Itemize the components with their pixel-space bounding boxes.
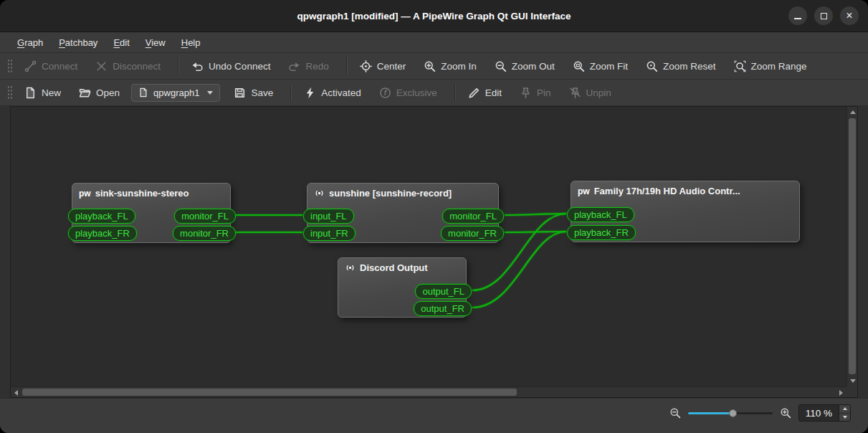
node-discord-output[interactable]: Discord Output output_FL output_FR <box>338 257 467 318</box>
pipewire-icon: pw <box>578 187 590 196</box>
zoom-slider-handle[interactable] <box>729 409 737 417</box>
save-button[interactable]: Save <box>227 83 280 103</box>
scroll-left-button[interactable] <box>11 387 22 398</box>
node-title: Family 17h/19h HD Audio Contr... <box>594 186 740 196</box>
horizontal-scrollbar <box>11 386 846 397</box>
scroll-up-button[interactable] <box>847 107 858 118</box>
port-input-fl[interactable]: input_FL <box>303 209 354 224</box>
patchbay-file-icon <box>138 87 148 97</box>
connect-button[interactable]: Connect <box>18 57 84 76</box>
toolbar-drag-handle[interactable] <box>7 59 12 73</box>
patchbay-toolbar: New Open qpwgraph1 Save Activated f Excl… <box>0 80 868 106</box>
undo-connect-button[interactable]: Undo Connect <box>185 57 277 76</box>
node-sunshine-record[interactable]: sunshine [sunshine-record] input_FL inpu… <box>307 183 499 243</box>
port-playback-fr[interactable]: playback_FR <box>68 226 137 241</box>
port-playback-fr[interactable]: playback_FR <box>567 225 636 240</box>
spin-up-button[interactable] <box>839 405 850 414</box>
redo-button[interactable]: Redo <box>282 57 335 76</box>
toolbar-drag-handle[interactable] <box>7 85 12 100</box>
zoom-value[interactable]: 110 % <box>799 405 839 421</box>
close-button[interactable]: × <box>840 6 859 25</box>
menu-view[interactable]: View <box>138 34 173 51</box>
zoom-reset-icon <box>646 60 658 72</box>
zoom-in-icon[interactable] <box>780 407 791 419</box>
scroll-down-button[interactable] <box>847 376 858 386</box>
node-family-hd-audio-controller[interactable]: pw Family 17h/19h HD Audio Contr... play… <box>571 181 800 242</box>
close-icon: × <box>846 10 852 22</box>
disconnect-icon <box>95 60 108 72</box>
patchbay-profile-combo[interactable]: qpwgraph1 <box>131 84 220 102</box>
vertical-scrollbar <box>846 107 857 386</box>
port-input-fr[interactable]: input_FR <box>303 226 356 241</box>
vertical-scroll-thumb[interactable] <box>849 118 856 374</box>
zoom-range-button[interactable]: Zoom Range <box>728 57 814 76</box>
graph-toolbar: Connect Disconnect Undo Connect Redo Cen… <box>0 53 868 80</box>
app-window: qpwgraph1 [modified] — A PipeWire Graph … <box>0 0 868 433</box>
port-monitor-fl[interactable]: monitor_FL <box>442 209 504 224</box>
toolbar-separator <box>178 57 179 75</box>
record-icon <box>345 262 356 273</box>
zoom-fit-button[interactable]: Zoom Fit <box>566 57 634 76</box>
toolbar-separator <box>290 84 292 101</box>
port-monitor-fl[interactable]: monitor_FL <box>174 209 236 224</box>
port-monitor-fr[interactable]: monitor_FR <box>441 226 504 241</box>
connect-icon <box>24 60 37 72</box>
graph-area[interactable]: pw sink-sunshine-stereo playback_FL play… <box>11 107 846 386</box>
chevron-down-icon <box>207 91 213 95</box>
node-title: Discord Output <box>360 262 428 273</box>
disconnect-button[interactable]: Disconnect <box>89 57 167 76</box>
menu-graph[interactable]: Graph <box>9 34 51 51</box>
edit-button[interactable]: Edit <box>462 83 508 103</box>
spinbox-arrows <box>839 405 850 421</box>
unpin-button[interactable]: Unpin <box>563 83 618 103</box>
arrow-up-icon <box>843 407 847 410</box>
activated-lightning-icon <box>304 87 316 99</box>
port-playback-fl[interactable]: playback_FL <box>567 207 634 222</box>
maximize-button[interactable] <box>814 6 833 25</box>
zoom-spinbox[interactable]: 110 % <box>798 404 851 422</box>
node-title: sunshine [sunshine-record] <box>329 188 452 199</box>
zoom-reset-button[interactable]: Zoom Reset <box>639 57 722 76</box>
graph-canvas[interactable]: pw sink-sunshine-stereo playback_FL play… <box>10 106 858 398</box>
pin-button[interactable]: Pin <box>513 83 558 103</box>
node-header: sunshine [sunshine-record] <box>307 184 498 201</box>
node-title: sink-sunshine-stereo <box>95 188 189 199</box>
scroll-right-button[interactable] <box>836 387 846 398</box>
combo-value: qpwgraph1 <box>153 87 199 98</box>
center-button[interactable]: Center <box>353 57 413 76</box>
port-playback-fl[interactable]: playback_FL <box>68 209 135 224</box>
zoom-in-icon <box>424 60 436 72</box>
node-sink-sunshine-stereo[interactable]: pw sink-sunshine-stereo playback_FL play… <box>72 183 231 243</box>
maximize-icon <box>821 13 827 19</box>
zoom-out-icon[interactable] <box>669 407 681 419</box>
minimize-icon <box>794 18 801 19</box>
exclusive-button[interactable]: f Exclusive <box>373 83 444 103</box>
node-header: pw Family 17h/19h HD Audio Contr... <box>571 181 799 199</box>
exclusive-icon: f <box>379 87 391 99</box>
menu-patchbay[interactable]: Patchbay <box>51 34 105 51</box>
zoom-slider[interactable] <box>688 407 773 419</box>
undo-icon <box>191 60 204 72</box>
arrow-down-icon <box>843 416 847 419</box>
zoom-out-button[interactable]: Zoom Out <box>488 57 561 76</box>
open-button[interactable]: Open <box>72 83 126 103</box>
open-folder-icon <box>79 87 91 99</box>
toolbar-separator <box>346 57 348 75</box>
new-button[interactable]: New <box>18 83 67 103</box>
zoom-out-icon <box>495 60 507 72</box>
port-output-fl[interactable]: output_FL <box>415 284 472 299</box>
zoom-in-button[interactable]: Zoom In <box>417 57 483 76</box>
horizontal-scroll-thumb[interactable] <box>22 389 517 396</box>
spin-down-button[interactable] <box>839 414 850 422</box>
center-icon <box>360 60 372 72</box>
activated-button[interactable]: Activated <box>297 83 368 103</box>
menubar: Graph Patchbay Edit View Help <box>0 32 868 53</box>
menu-help[interactable]: Help <box>173 34 209 51</box>
port-output-fr[interactable]: output_FR <box>414 301 472 316</box>
titlebar[interactable]: qpwgraph1 [modified] — A PipeWire Graph … <box>0 0 868 32</box>
menu-edit[interactable]: Edit <box>105 34 137 51</box>
arrow-left-icon <box>14 390 18 396</box>
minimize-button[interactable] <box>788 6 807 25</box>
arrow-down-icon <box>850 379 856 383</box>
port-monitor-fr[interactable]: monitor_FR <box>173 226 236 241</box>
